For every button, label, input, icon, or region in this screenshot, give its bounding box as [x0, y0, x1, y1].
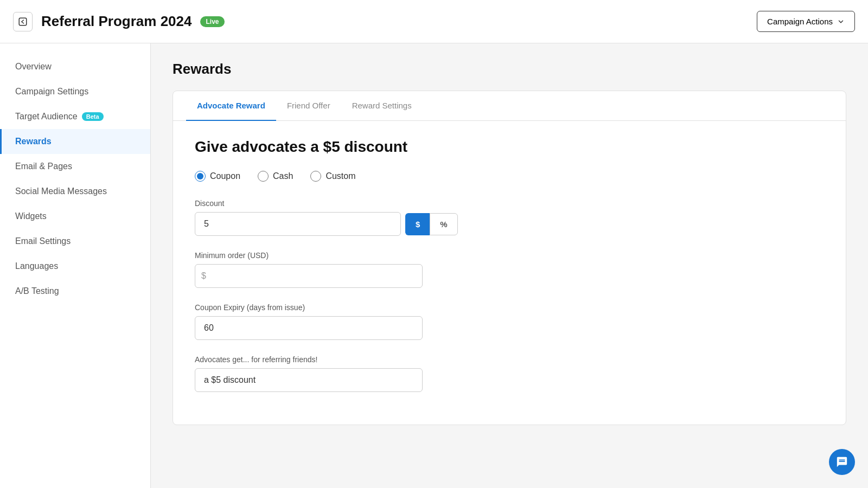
discount-input[interactable]	[195, 212, 401, 236]
sidebar: Overview Campaign Settings Target Audien…	[0, 43, 151, 488]
campaign-actions-button[interactable]: Campaign Actions	[757, 11, 855, 32]
currency-prefix: $	[201, 271, 206, 281]
tab-reward-settings[interactable]: Reward Settings	[341, 91, 423, 121]
currency-toggle: $ %	[405, 213, 458, 235]
discount-label: Discount	[195, 199, 824, 208]
page-title: Referral Program 2024	[41, 13, 192, 30]
minimum-order-input[interactable]	[195, 264, 423, 288]
reward-type-cash[interactable]: Cash	[258, 171, 293, 182]
sidebar-item-campaign-settings[interactable]: Campaign Settings	[0, 79, 150, 104]
advocates-get-label: Advocates get... for referring friends!	[195, 355, 824, 364]
cash-radio[interactable]	[258, 171, 269, 182]
live-badge: Live	[200, 16, 224, 27]
coupon-expiry-input[interactable]	[195, 316, 423, 340]
sidebar-item-ab-testing[interactable]: A/B Testing	[0, 279, 150, 304]
coupon-expiry-label: Coupon Expiry (days from issue)	[195, 303, 824, 312]
percent-toggle[interactable]: %	[430, 213, 457, 235]
sidebar-item-email-pages[interactable]: Email & Pages	[0, 154, 150, 179]
tab-advocate-reward[interactable]: Advocate Reward	[186, 91, 276, 121]
main-content: Rewards Advocate Reward Friend Offer Rew…	[151, 43, 868, 488]
card-body: Give advocates a $5 discount Coupon Cash…	[173, 121, 846, 425]
beta-badge: Beta	[82, 112, 104, 121]
coupon-expiry-field: Coupon Expiry (days from issue)	[195, 303, 824, 340]
back-button[interactable]	[13, 12, 33, 31]
sidebar-item-target-audience[interactable]: Target Audience Beta	[0, 104, 150, 129]
rewards-card: Advocate Reward Friend Offer Reward Sett…	[173, 91, 846, 425]
minimum-order-input-wrapper: $	[195, 264, 423, 288]
header-left: Referral Program 2024 Live	[13, 12, 225, 31]
discount-input-row: $ %	[195, 212, 824, 236]
section-title: Rewards	[173, 61, 846, 78]
sidebar-item-rewards[interactable]: Rewards	[0, 129, 150, 154]
header: Referral Program 2024 Live Campaign Acti…	[0, 0, 868, 43]
layout: Overview Campaign Settings Target Audien…	[0, 43, 868, 488]
reward-type-coupon[interactable]: Coupon	[195, 171, 240, 182]
minimum-order-label: Minimum order (USD)	[195, 251, 824, 260]
reward-type-group: Coupon Cash Custom	[195, 171, 824, 182]
chat-bubble-button[interactable]	[829, 449, 855, 475]
sidebar-item-social-media-messages[interactable]: Social Media Messages	[0, 179, 150, 204]
coupon-radio[interactable]	[195, 171, 206, 182]
sidebar-item-email-settings[interactable]: Email Settings	[0, 229, 150, 254]
card-heading: Give advocates a $5 discount	[195, 138, 824, 156]
svg-rect-0	[19, 18, 27, 25]
sidebar-item-overview[interactable]: Overview	[0, 54, 150, 79]
sidebar-item-widgets[interactable]: Widgets	[0, 204, 150, 229]
advocates-get-field: Advocates get... for referring friends!	[195, 355, 824, 392]
discount-field: Discount $ %	[195, 199, 824, 236]
sidebar-item-languages[interactable]: Languages	[0, 254, 150, 279]
custom-radio[interactable]	[310, 171, 321, 182]
campaign-actions-label: Campaign Actions	[767, 17, 833, 26]
dollar-toggle[interactable]: $	[405, 213, 430, 235]
minimum-order-field: Minimum order (USD) $	[195, 251, 824, 288]
reward-type-custom[interactable]: Custom	[310, 171, 355, 182]
advocates-get-input[interactable]	[195, 368, 423, 392]
tab-friend-offer[interactable]: Friend Offer	[276, 91, 341, 121]
tabs: Advocate Reward Friend Offer Reward Sett…	[173, 91, 846, 121]
